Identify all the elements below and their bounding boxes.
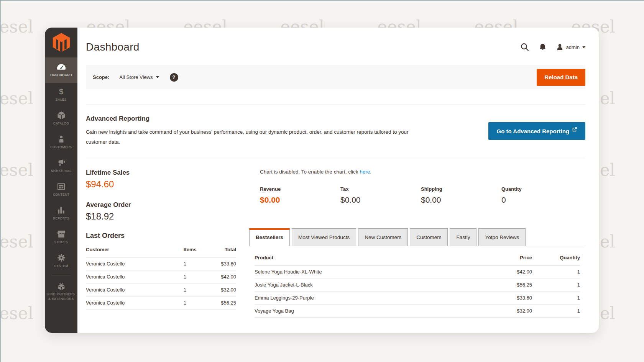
search-icon[interactable] (521, 43, 529, 51)
tab-fastly[interactable]: Fastly (450, 228, 476, 246)
column-header[interactable]: Price (475, 246, 532, 265)
admin-username: admin (566, 44, 580, 50)
sidebar-item-dashboard[interactable]: DASHBOARD (45, 57, 77, 83)
product-cell: Voyage Yoga Bag (255, 305, 475, 318)
user-avatar-icon (556, 44, 564, 51)
reload-data-button[interactable]: Reload Data (537, 69, 585, 86)
scope-toolbar: Scope: All Store Views ? Reload Data (86, 65, 585, 89)
scope-label: Scope: (93, 74, 109, 80)
column-header[interactable]: Product (255, 246, 475, 265)
tab-new-customers[interactable]: New Customers (358, 228, 408, 246)
items-cell: 1 (184, 257, 214, 270)
go-to-advanced-reporting-label: Go to Advanced Reporting (497, 128, 569, 134)
table-row[interactable]: Veronica Costello 1 $56.25 (86, 296, 236, 310)
tab-most-viewed-products[interactable]: Most Viewed Products (292, 228, 356, 246)
chevron-down-icon (582, 46, 585, 48)
sidebar-item-reports[interactable]: REPORTS (45, 201, 77, 225)
column-header[interactable]: Total (214, 241, 236, 257)
header-actions: admin (521, 43, 585, 51)
catalog-icon (58, 111, 65, 120)
external-link-icon (572, 127, 577, 132)
total-cell: $33.60 (214, 257, 236, 270)
revenue-label: Revenue (260, 186, 340, 192)
advanced-reporting-description: Gain new insights and take command of yo… (86, 127, 423, 147)
help-glyph: ? (172, 74, 176, 80)
table-row[interactable]: Josie Yoga Jacket-L-Black $56.25 1 (255, 278, 580, 292)
dashboard-body: Lifetime Sales $94.60 Average Order $18.… (86, 158, 585, 333)
sidebar-item-label: MARKETING (50, 169, 72, 173)
sidebar: DASHBOARD $ SALES CATALOG (45, 28, 77, 333)
table-row[interactable]: Emma Leggings-29-Purple $33.60 1 (255, 292, 580, 305)
sidebar-item-sales[interactable]: $ SALES (45, 83, 77, 106)
shipping-stat: Shipping $0.00 (421, 186, 501, 205)
sidebar-item-content[interactable]: CONTENT (45, 178, 77, 201)
last-orders-table: Customer Items Total Veronica Costello 1… (86, 241, 236, 310)
price-cell: $32.00 (475, 305, 532, 318)
dashboard-right-column: Chart is disabled. To enable the chart, … (249, 169, 585, 333)
sidebar-item-label: SYSTEM (53, 264, 69, 268)
dashboard-tabs: Bestsellers Most Viewed Products New Cus… (249, 228, 585, 246)
magento-admin-window: DASHBOARD $ SALES CATALOG (45, 28, 599, 333)
quantity-label: Quantity (501, 186, 582, 192)
customer-cell: Veronica Costello (86, 296, 184, 310)
extensions-icon (58, 282, 65, 290)
average-order-value: $18.92 (86, 211, 236, 222)
table-row[interactable]: Veronica Costello 1 $32.00 (86, 283, 236, 296)
column-header[interactable]: Items (184, 241, 214, 257)
revenue-value: $0.00 (260, 195, 340, 205)
chart-disabled-notice: Chart is disabled. To enable the chart, … (249, 169, 585, 175)
go-to-advanced-reporting-button[interactable]: Go to Advanced Reporting (488, 122, 585, 140)
quantity-stat: Quantity 0 (501, 186, 582, 205)
shipping-label: Shipping (421, 186, 501, 192)
marketing-icon (58, 159, 65, 167)
table-row[interactable]: Selene Yoga Hoodie-XL-White $42.00 1 (255, 265, 580, 278)
sidebar-item-label: STORES (53, 240, 69, 244)
tab-bestsellers[interactable]: Bestsellers (249, 228, 290, 246)
table-row[interactable]: Veronica Costello 1 $42.00 (86, 270, 236, 283)
average-order-label: Average Order (86, 201, 236, 209)
chevron-down-icon (156, 76, 159, 78)
sidebar-item-stores[interactable]: STORES (45, 225, 77, 249)
customer-cell: Veronica Costello (86, 270, 184, 283)
table-row[interactable]: Veronica Costello 1 $33.60 (86, 257, 236, 270)
sidebar-item-system[interactable]: SYSTEM (45, 249, 77, 273)
help-icon[interactable]: ? (170, 73, 178, 82)
quantity-cell: 1 (532, 265, 580, 278)
shipping-value: $0.00 (421, 195, 501, 205)
tab-yotpo-reviews[interactable]: Yotpo Reviews (478, 228, 526, 246)
sidebar-item-label: DASHBOARD (49, 73, 73, 77)
watermark-text: eesel (0, 17, 33, 36)
watermark-text: eesel (0, 303, 33, 323)
dashboard-left-column: Lifetime Sales $94.60 Average Order $18.… (86, 169, 236, 333)
watermark-text: eesel (0, 232, 33, 251)
notifications-bell-icon[interactable] (539, 43, 546, 51)
store-view-switcher[interactable]: All Store Views (119, 74, 159, 80)
revenue-stat: Revenue $0.00 (260, 186, 340, 205)
table-row[interactable]: Voyage Yoga Bag $32.00 1 (255, 305, 580, 318)
sidebar-divider (52, 275, 71, 275)
items-cell: 1 (184, 270, 214, 283)
sidebar-item-customers[interactable]: CUSTOMERS (45, 130, 77, 154)
sidebar-item-marketing[interactable]: MARKETING (45, 154, 77, 178)
tab-customers[interactable]: Customers (410, 228, 448, 246)
enable-chart-link[interactable]: here (360, 169, 370, 175)
page-title: Dashboard (86, 41, 140, 53)
magento-logo[interactable] (45, 28, 77, 57)
sidebar-item-catalog[interactable]: CATALOG (45, 106, 77, 130)
advanced-reporting-section: Advanced Reporting Gain new insights and… (86, 105, 585, 158)
advanced-reporting-title: Advanced Reporting (86, 115, 423, 123)
column-header[interactable]: Customer (86, 241, 184, 257)
column-header[interactable]: Quantity (532, 246, 580, 265)
admin-account-menu[interactable]: admin (556, 44, 585, 51)
sales-icon: $ (59, 87, 63, 96)
page-header: Dashboard (86, 28, 585, 56)
customer-cell: Veronica Costello (86, 257, 184, 270)
items-cell: 1 (184, 283, 214, 296)
quantity-cell: 1 (532, 278, 580, 292)
reports-icon (58, 206, 65, 215)
watermark-text: eesel (0, 88, 33, 108)
sidebar-item-find-partners[interactable]: FIND PARTNERS & EXTENSIONS (45, 278, 77, 305)
main-content: Dashboard (77, 28, 599, 333)
tax-label: Tax (340, 186, 421, 192)
lifetime-sales-label: Lifetime Sales (86, 169, 236, 177)
